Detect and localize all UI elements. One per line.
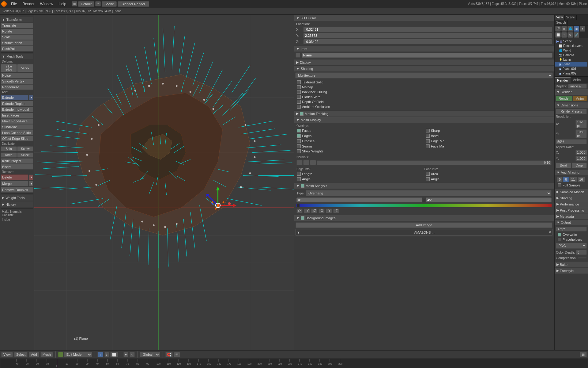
sampled-motion-header[interactable]: ▶ Sampled Motion: [555, 189, 588, 195]
randomize-btn[interactable]: Randomize: [1, 84, 33, 90]
mesh-display-header[interactable]: ▼ Mesh Display: [294, 117, 554, 123]
amazons-arrow[interactable]: ▼: [297, 231, 300, 234]
engine-select[interactable]: Blender Render: [118, 1, 149, 7]
bevel-cb[interactable]: [426, 134, 430, 138]
cursor-y-field[interactable]: 2.23373: [303, 33, 552, 38]
res-y-field[interactable]: 1080 px: [575, 129, 587, 138]
delete-arrow[interactable]: ▼: [28, 174, 33, 180]
aa-header[interactable]: ▼ Anti-Aliasing: [555, 170, 588, 175]
render-shading-header[interactable]: ▶ Shading: [555, 195, 588, 201]
aspect-x-field[interactable]: 1.000: [575, 150, 587, 155]
screw-btn[interactable]: Screw: [17, 146, 33, 151]
world-icon-btn[interactable]: 🌐: [567, 26, 573, 32]
shading-section-header[interactable]: ▼ Shading: [294, 66, 554, 71]
world-item[interactable]: 🌐 World: [555, 48, 587, 53]
anim-btn[interactable]: Anim: [573, 96, 587, 101]
aa-16-btn[interactable]: 16: [578, 177, 585, 182]
axis-y-btn[interactable]: +Y: [304, 209, 310, 213]
face-marks-cb[interactable]: [426, 144, 430, 148]
smooth-vertex-btn[interactable]: Smooth Vertex: [1, 79, 33, 84]
constraint-icon-btn[interactable]: 🔗: [574, 32, 579, 38]
inset-faces-btn[interactable]: Inset Faces: [1, 113, 33, 118]
select-btn[interactable]: Select: [17, 152, 33, 158]
mode-select[interactable]: Edit Mode Object Mode Sculpt Mode: [64, 352, 92, 357]
render-tab[interactable]: Render: [555, 77, 571, 83]
plane-item[interactable]: ▣ Plane: [555, 62, 587, 67]
loop-cut-btn[interactable]: Loop Cut and Slide: [1, 130, 33, 136]
knife-project-btn[interactable]: Knife Project: [1, 158, 33, 164]
shrink-fatten-btn[interactable]: Shrink/Fatten: [1, 40, 33, 46]
performance-header[interactable]: ▶ Performance: [555, 201, 588, 207]
length-cb[interactable]: [297, 172, 301, 176]
aa-8-btn[interactable]: 8: [563, 177, 569, 182]
tab-search[interactable]: Search: [555, 20, 568, 25]
object-icon-btn[interactable]: ▣: [574, 26, 579, 32]
angle-cb[interactable]: [297, 177, 301, 181]
make-normals-btn[interactable]: Make Normals Consiste: [1, 209, 33, 217]
transform-orientation-select[interactable]: Global Local Normal: [140, 352, 160, 357]
lamp-item[interactable]: 💡 Lamp: [555, 57, 587, 62]
mesh-analysis-cb[interactable]: [301, 184, 304, 188]
creases-cb[interactable]: [297, 139, 301, 143]
res-x-field[interactable]: 1920 px: [575, 120, 587, 128]
face-select-btn[interactable]: ⬜: [110, 352, 118, 357]
inside-btn[interactable]: Inside: [1, 217, 33, 222]
scene-name[interactable]: Scene: [102, 1, 117, 7]
extrude-arrow[interactable]: ▼: [28, 95, 33, 100]
spin-btn[interactable]: Spin: [1, 146, 17, 151]
bg-images-cb[interactable]: [301, 216, 304, 220]
edge-marks-cb[interactable]: [426, 139, 430, 143]
vertex-btn[interactable]: Vertex: [17, 64, 33, 72]
metadata-header[interactable]: ▶ Metadata: [555, 213, 588, 219]
dof-cb[interactable]: [297, 100, 301, 104]
post-processing-header[interactable]: ▶ Post Processing: [555, 207, 588, 213]
aa-11-btn[interactable]: 11: [569, 177, 577, 182]
aspect-y-field[interactable]: 1.000: [575, 156, 587, 161]
edges-cb[interactable]: [297, 134, 301, 138]
knife-btn[interactable]: Knife: [1, 152, 17, 158]
overwrite-cb[interactable]: [558, 233, 561, 236]
bg-images-header[interactable]: ▼ Background Images: [294, 215, 554, 221]
render-section-header[interactable]: ▼ Render: [555, 89, 588, 95]
render-icon-btn[interactable]: 🎬: [555, 26, 561, 32]
axis-ny-btn[interactable]: -Y: [326, 209, 332, 213]
analysis-type-select[interactable]: Overhang Thickness Intersect: [306, 190, 552, 196]
sharp-cb[interactable]: [426, 129, 430, 132]
res-percent-field[interactable]: 50%: [556, 139, 587, 144]
item-section-header[interactable]: ▼ Item: [294, 46, 554, 52]
layout-name[interactable]: Default: [78, 1, 94, 7]
physics-icon-btn[interactable]: ⚙: [567, 32, 573, 38]
matcap-cb[interactable]: [297, 85, 301, 89]
menu-window[interactable]: Window: [38, 1, 56, 7]
menu-render[interactable]: Render: [20, 1, 37, 7]
show-weights-cb[interactable]: [297, 149, 301, 153]
merge-btn[interactable]: Merge: [1, 181, 28, 186]
amazons-close[interactable]: ✕: [548, 230, 551, 234]
plane001-item[interactable]: ▣ Plane.001: [555, 67, 587, 71]
axis-x-btn[interactable]: +X: [296, 209, 303, 213]
edge-select-btn[interactable]: /: [104, 352, 109, 357]
cursor-z-field[interactable]: -0.03422: [303, 39, 552, 44]
plane002-item[interactable]: ▣ Plane.002: [555, 71, 587, 76]
translate-btn[interactable]: Translate: [1, 23, 33, 28]
extrude-btn[interactable]: Extrude: [1, 95, 28, 100]
view-menu-btn[interactable]: View: [1, 352, 13, 357]
history-section[interactable]: ▶ History: [1, 201, 33, 207]
render-border-check[interactable]: ⊞: [580, 352, 587, 357]
scene-item[interactable]: ▶ ◎ Scene: [555, 39, 587, 44]
cursor-x-field[interactable]: -0.32461: [303, 27, 552, 32]
anim-tab[interactable]: Anim: [571, 77, 583, 83]
full-sample-cb[interactable]: [558, 183, 561, 187]
offset-edge-btn[interactable]: Offset Edge Slide: [1, 136, 33, 141]
border-btn[interactable]: Bord: [556, 163, 571, 168]
menu-help[interactable]: Help: [56, 1, 69, 7]
area-cb[interactable]: [426, 172, 430, 176]
format-select[interactable]: PNG JPEG EXR: [556, 243, 587, 249]
extrude-individual-btn[interactable]: Extrude Individual: [1, 107, 33, 112]
render-btn[interactable]: Render: [556, 96, 572, 101]
mesh-analysis-header[interactable]: ▼ Mesh Analysis: [294, 183, 554, 189]
bisect-btn[interactable]: Bisect: [1, 164, 33, 170]
angle2-cb[interactable]: [426, 177, 430, 181]
tab-scene[interactable]: Scene: [565, 15, 577, 20]
rotate-btn[interactable]: Rotate: [1, 29, 33, 34]
